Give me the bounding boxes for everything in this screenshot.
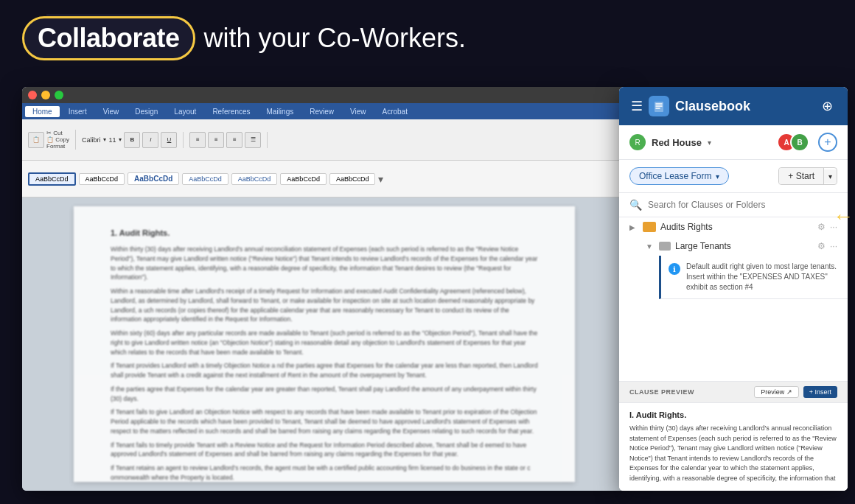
start-btn-arrow: ▾	[824, 169, 837, 183]
style-heading1[interactable]: AaBbCcDd	[128, 172, 179, 185]
window-close-dot[interactable]	[28, 91, 37, 99]
team-avatar: R	[629, 134, 646, 150]
bold-button[interactable]: B	[124, 132, 140, 148]
folder-icon-audits	[643, 222, 656, 232]
window-minimize-dot[interactable]	[41, 91, 50, 99]
tab-view[interactable]: View	[96, 106, 127, 117]
search-input[interactable]	[648, 200, 837, 210]
team-info: R Red House ▾	[629, 134, 711, 150]
doc-heading: 1. Audit Rights.	[111, 228, 538, 237]
arrow-indicator: ←	[833, 205, 854, 228]
add-user-button[interactable]: +	[818, 133, 837, 152]
preview-button[interactable]: Preview ↗	[754, 386, 799, 398]
italic-button[interactable]: I	[142, 132, 158, 148]
tree-actions-large-tenants: ⚙ ···	[817, 241, 837, 251]
toolbar-group-paragraph: ≡ ≡ ≡ ☰	[189, 132, 268, 148]
doc-para-4: If Tenant provides Landlord with a timel…	[111, 361, 538, 380]
font-family-selector[interactable]: Calibri ▾	[82, 136, 107, 144]
clause-text-area: I. Audit Rights. Within thirty (30) days…	[619, 403, 848, 491]
tab-mailings[interactable]: Mailings	[259, 106, 301, 117]
align-center-button[interactable]: ≡	[208, 132, 224, 148]
settings-icon-large-tenants[interactable]: ⚙	[817, 241, 826, 251]
settings-icon-audits[interactable]: ⚙	[817, 222, 826, 232]
style-gallery: AaBbCcDd AaBbCcDd AaBbCcDd AaBbCcDd AaBb…	[22, 161, 627, 197]
tree-item-audits-rights[interactable]: ▶ Audits Rights ⚙ ···	[619, 217, 848, 237]
align-left-button[interactable]: ≡	[189, 132, 206, 148]
svg-rect-2	[644, 225, 649, 226]
form-selector-row: Office Lease Form ▾ + Start ▾	[619, 160, 848, 193]
paste-label: ✂ Cut📋 CopyFormat	[46, 130, 69, 150]
more-icon-large-tenants[interactable]: ···	[830, 241, 837, 251]
form-dropdown-arrow: ▾	[716, 172, 719, 181]
clause-body: Within thirty (30) days after receiving …	[629, 424, 837, 483]
team-dropdown-arrow[interactable]: ▾	[708, 139, 711, 147]
insert-button[interactable]: + Insert	[803, 386, 837, 398]
tree-section: ▶ Audits Rights ⚙ ··· ▼ Large Tenants ⚙ …	[619, 217, 848, 381]
clause-title: I. Audit Rights.	[629, 410, 837, 419]
doc-page: 1. Audit Rights. Within thirty (30) days…	[74, 206, 575, 482]
underline-button[interactable]: U	[161, 132, 177, 148]
sidebar-header-right: ⊕	[818, 97, 836, 115]
style-no-spacing[interactable]: AaBbCcDd	[79, 173, 125, 185]
clause-info-text: Default audit right given to most large …	[686, 262, 837, 293]
style-heading2[interactable]: AaBbCcDd	[182, 173, 228, 185]
doc-para-8: If Tenant retains an agent to review Lan…	[111, 463, 538, 482]
info-icon: ℹ	[669, 263, 680, 275]
bullets-button[interactable]: ☰	[245, 132, 261, 148]
doc-body: 1. Audit Rights. Within thirty (30) days…	[22, 197, 627, 491]
folder-svg	[644, 223, 655, 231]
tab-insert[interactable]: Insert	[61, 106, 94, 117]
font-size-selector[interactable]: 11 ▾	[108, 136, 122, 144]
team-right: A B +	[777, 133, 837, 152]
paste-button[interactable]: 📋	[28, 132, 44, 148]
tab-layout[interactable]: Layout	[167, 106, 203, 117]
svg-rect-1	[644, 225, 655, 231]
chevron-audits-rights: ▶	[629, 223, 638, 231]
folder-icon-large-tenants	[659, 242, 671, 251]
tree-item-large-tenants[interactable]: ▼ Large Tenants ⚙ ···	[619, 237, 848, 256]
toolbar-group-paste: 📋 ✂ Cut📋 CopyFormat	[28, 130, 76, 150]
ribbon-toolbar: 📋 ✂ Cut📋 CopyFormat Calibri ▾ 11 ▾ B I U…	[22, 119, 627, 161]
heading-area: Collaborate with your Co-Workers.	[22, 16, 466, 60]
team-section: R Red House ▾ A B +	[619, 125, 848, 160]
style-heading3[interactable]: AaBbCcDd	[231, 173, 278, 185]
clause-info-bar: ℹ Default audit right given to most larg…	[659, 256, 848, 299]
style-subtitle[interactable]: AaBbCcDd	[329, 173, 376, 185]
hamburger-icon[interactable]: ☰	[631, 98, 643, 114]
start-button[interactable]: + Start ▾	[778, 167, 837, 185]
chevron-large-tenants: ▼	[646, 242, 655, 251]
clausebook-logo-icon	[649, 96, 669, 116]
align-right-button[interactable]: ≡	[226, 132, 242, 148]
style-normal[interactable]: AaBbCcDd	[28, 172, 76, 186]
clause-preview-actions: Preview ↗ + Insert	[754, 386, 837, 398]
tab-references[interactable]: References	[205, 106, 257, 117]
team-name[interactable]: Red House	[652, 137, 702, 148]
start-btn-label: + Start	[779, 168, 824, 184]
tab-review[interactable]: Review	[302, 106, 341, 117]
search-icon: 🔍	[629, 199, 642, 211]
tab-home[interactable]: Home	[25, 106, 60, 117]
window-maximize-dot[interactable]	[55, 91, 63, 99]
form-dropdown-label: Office Lease Form	[639, 171, 711, 181]
share-button[interactable]: ⊕	[818, 97, 836, 115]
tab-view2[interactable]: View	[343, 106, 374, 117]
clausebook-sidebar: ☰ Clausebook ⊕ R Red House ▾ A B	[619, 87, 848, 491]
form-dropdown[interactable]: Office Lease Form ▾	[629, 167, 729, 185]
doc-para-3: Within sixty (60) days after any particu…	[111, 329, 538, 357]
collaborate-text: Collaborate	[38, 23, 180, 53]
doc-para-7: If Tenant fails to timely provide Tenant…	[111, 441, 538, 460]
doc-para-5: If the parties agree that Expenses for t…	[111, 385, 538, 404]
tab-design[interactable]: Design	[128, 106, 165, 117]
style-gallery-more[interactable]: ▾	[378, 173, 383, 185]
clause-preview-label: CLAUSE PREVIEW	[629, 388, 694, 396]
logo-svg	[653, 100, 665, 112]
preview-btn-label: Preview ↗	[761, 388, 792, 396]
style-title[interactable]: AaBbCcDd	[280, 173, 327, 185]
tab-acrobat[interactable]: Acrobat	[375, 106, 415, 117]
toolbar-group-font: Calibri ▾ 11 ▾ B I U	[82, 132, 184, 148]
collaborate-badge: Collaborate	[22, 16, 195, 60]
title-bar	[22, 87, 627, 103]
clause-preview-header: CLAUSE PREVIEW Preview ↗ + Insert	[619, 382, 848, 403]
team-avatar-letter: R	[635, 139, 640, 147]
insert-btn-label: + Insert	[809, 388, 831, 396]
